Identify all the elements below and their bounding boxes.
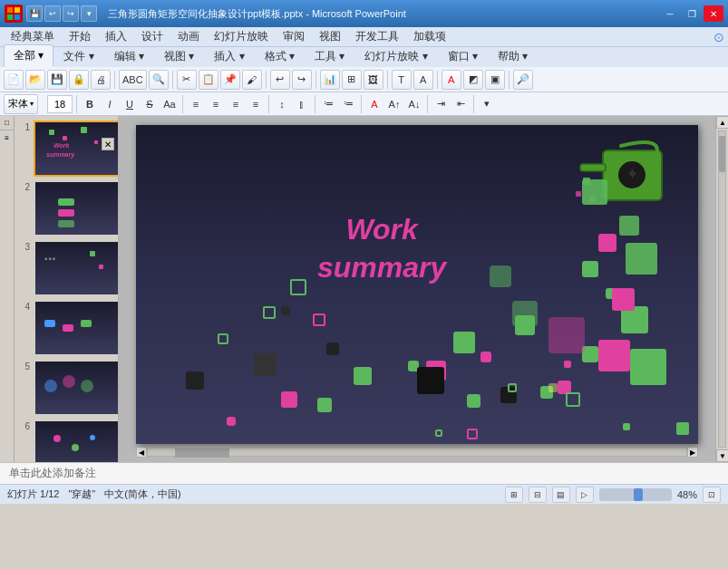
save-btn[interactable]: 💾 [47,70,67,90]
help-icon[interactable]: ⊙ [713,30,724,44]
slide-title[interactable]: Work summary [317,211,446,286]
bullet-list-btn[interactable]: ≔ [319,95,337,113]
slide-img-2[interactable] [34,180,119,236]
save-quick-btn[interactable]: 💾 [26,5,43,22]
tab-edit[interactable]: 编辑 ▾ [104,45,154,67]
bold-btn[interactable]: B [81,95,99,113]
indent-inc-btn[interactable]: ⇥ [432,95,450,113]
v-scrollbar-track[interactable] [718,130,726,448]
h-scrollbar-track[interactable] [147,448,687,457]
menu-insert[interactable]: 插入 [98,27,134,46]
slide-thumb-4[interactable]: 4 [17,300,115,356]
format-paint-btn[interactable]: 🖌 [242,70,262,90]
slideshow-btn[interactable]: ▷ [576,487,594,503]
fit-window-btn[interactable]: ⊡ [703,487,721,503]
col-btn[interactable]: ⫿ [293,95,311,113]
underline-btn[interactable]: U [121,95,139,113]
wordart-btn[interactable]: A [413,70,433,90]
tab-format[interactable]: 格式 ▾ [255,45,305,67]
menu-addins[interactable]: 加载项 [406,27,453,46]
notes-area[interactable]: 单击此处添加备注 [0,462,728,484]
align-center-btn[interactable]: ≡ [207,95,225,113]
slide-sorter-btn[interactable]: ⊟ [529,487,547,503]
tab-help[interactable]: 帮助 ▾ [488,45,538,67]
panel-collapse-btn[interactable]: □ [0,116,14,130]
slide-img-3[interactable]: ■ ■ ■ [34,240,119,296]
slide-img-4[interactable] [34,300,119,356]
open-btn[interactable]: 📂 [25,70,45,90]
justify-btn[interactable]: ≡ [247,95,265,113]
undo-btn[interactable]: ↩ [270,70,290,90]
spell-btn[interactable]: ABC [119,70,147,90]
slide-canvas[interactable]: Work summary ✦ [136,125,698,444]
more-quick-btn[interactable]: ▾ [81,5,97,22]
slide-thumb-3[interactable]: 3 ■ ■ ■ [17,240,115,296]
num-list-btn[interactable]: ≔ [339,95,357,113]
italic-btn[interactable]: I [101,95,119,113]
v-scroll-down-btn[interactable]: ▼ [716,449,728,462]
redo-btn[interactable]: ↪ [292,70,312,90]
slide-thumb-6[interactable]: 6 [17,420,115,462]
fill-btn[interactable]: ◩ [463,70,483,90]
research-btn[interactable]: 🔍 [149,70,169,90]
tab-window[interactable]: 窗口 ▾ [438,45,488,67]
img-btn[interactable]: 🖼 [364,70,383,90]
shadow-btn[interactable]: ▣ [485,70,505,90]
minimize-button[interactable]: ─ [660,5,680,22]
panel-list-btn[interactable]: ≡ [0,130,14,145]
tab-insert[interactable]: 插入 ▾ [204,45,254,67]
window-title: 三角形圆角矩形空间化抽象设计ppt模板.pptx - Microsoft Pow… [108,7,406,21]
slide-img-5[interactable] [34,360,119,416]
strike-btn[interactable]: S [141,95,159,113]
print-prev-btn[interactable]: 🖨 [91,70,111,90]
textbox-btn[interactable]: T [392,70,412,90]
redo-quick-btn[interactable]: ↪ [63,5,79,22]
tab-tools[interactable]: 工具 ▾ [305,45,354,67]
close-button[interactable]: ✕ [704,5,723,22]
copy-btn[interactable]: 📋 [199,70,218,90]
font-color-btn2[interactable]: A [365,95,383,113]
h-scroll-left-btn[interactable]: ◀ [136,447,147,458]
font-color-btn[interactable]: A [442,70,461,90]
menu-review[interactable]: 审阅 [276,27,312,46]
more-btn[interactable]: ▾ [478,95,496,113]
menu-home[interactable]: 开始 [62,27,98,46]
paste-btn[interactable]: 📌 [220,70,240,90]
h-scroll-right-btn[interactable]: ▶ [687,447,698,458]
menu-slideshow[interactable]: 幻灯片放映 [207,27,276,46]
reading-view-btn[interactable]: ▤ [552,487,570,503]
zoom-slider[interactable] [599,488,672,501]
font-size-inc-btn[interactable]: A↑ [385,95,403,113]
perm-btn[interactable]: 🔒 [69,70,89,90]
tab-file[interactable]: 文件 ▾ [53,45,103,67]
v-scroll-up-btn[interactable]: ▲ [716,116,728,129]
menu-view[interactable]: 视图 [312,27,348,46]
cut-btn[interactable]: ✂ [177,70,197,90]
font-size-dec-btn[interactable]: A↓ [405,95,423,113]
slide-img-6[interactable] [34,420,119,462]
chart-btn[interactable]: 📊 [320,70,340,90]
undo-quick-btn[interactable]: ↩ [44,5,61,22]
menu-classic[interactable]: 经典菜单 [4,27,62,46]
font-family-dropdown[interactable]: 宋体 ▾ [4,94,38,114]
new-btn[interactable]: 📄 [4,70,24,90]
slide-thumb-2[interactable]: 2 [17,180,115,236]
normal-view-btn[interactable]: ⊞ [505,487,523,503]
menu-design[interactable]: 设计 [134,27,170,46]
close-panel-btn[interactable]: ✕ [102,138,114,150]
line-spacing-btn[interactable]: ↕ [273,95,291,113]
font-size-input[interactable] [47,95,73,113]
tab-all[interactable]: 全部 ▾ [4,44,53,67]
slide-thumb-5[interactable]: 5 [17,360,115,416]
tab-slideshow[interactable]: 幻灯片放映 ▾ [354,45,437,67]
restore-button[interactable]: ❐ [682,5,702,22]
slide-thumb-1[interactable]: 1 Work summary [17,121,115,177]
indent-dec-btn[interactable]: ⇤ [451,95,470,113]
menu-developer[interactable]: 开发工具 [348,27,406,46]
align-left-btn[interactable]: ≡ [187,95,205,113]
table-btn[interactable]: ⊞ [342,70,362,90]
zoom-btn[interactable]: 🔎 [513,70,533,90]
menu-animation[interactable]: 动画 [170,27,207,46]
tab-view[interactable]: 视图 ▾ [154,45,204,67]
align-right-btn[interactable]: ≡ [227,95,245,113]
